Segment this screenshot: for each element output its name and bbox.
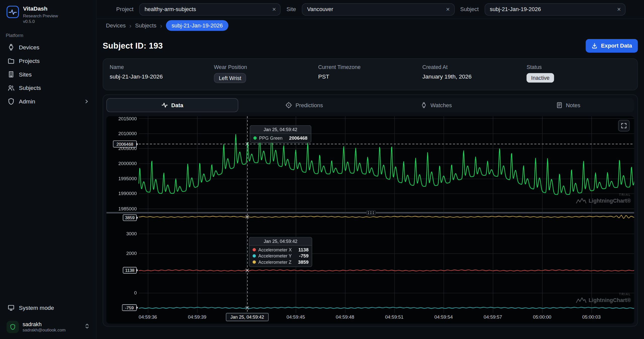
y-axis-tick: 0 [106,290,137,295]
site-select[interactable]: ✕ [302,3,454,15]
watch-icon [421,102,427,108]
export-data-button[interactable]: Export Data [586,39,638,52]
clear-subject-button[interactable]: ✕ [617,7,621,12]
project-label: Project [116,6,134,12]
x-axis-tick: 04:59:48 [336,315,354,320]
info-field-timezone: Current Timezone PST [318,64,422,85]
y-axis-tick: 1990000 [106,191,137,196]
predictions-icon [286,102,292,108]
subject-select[interactable]: ✕ [484,3,626,15]
y-axis-tick: 2000 [106,251,137,256]
series-dot [253,260,256,264]
breadcrumb-current[interactable]: subj-21-Jan-19-2026 [166,20,229,31]
lightningchart-watermark: TRIALLightningChart® [576,197,631,204]
site-label: Site [286,6,296,12]
breadcrumb-separator-icon: › [160,22,162,29]
lightningchart-logo-icon [576,198,586,204]
info-field-wear-position: Wear Position Left Wrist [214,64,318,85]
sidebar-item-projects[interactable]: Projects [3,54,93,67]
sidebar-item-devices[interactable]: Devices [3,41,93,54]
breadcrumb-separator-icon: › [129,22,131,29]
sidebar-footer: System mode sadrakh sadrakh@outlook.com [0,301,96,339]
sidebar-item-sites[interactable]: Sites [3,67,93,81]
project-select[interactable]: ✕ [139,3,281,15]
y-axis-tick: 2010000 [106,131,137,136]
system-mode-toggle[interactable]: System mode [3,301,93,314]
sidebar-item-subjects[interactable]: Subjects [3,81,93,95]
data-panel: Data Predictions Watches Notes [103,94,638,326]
info-field-created-at: Created At January 19th, 2026 [422,64,526,85]
page-content: Subject ID: 193 Export Data Name subj-21… [97,32,644,339]
accel-x-chip: 1138 [123,267,137,274]
series-dot [253,136,257,140]
chart-split-handle[interactable] [366,210,376,215]
tab-data[interactable]: Data [106,98,238,112]
user-menu[interactable]: sadrakh sadrakh@outlook.com [3,318,93,336]
sidebar-item-admin[interactable]: Admin [3,95,93,108]
building-icon [7,71,15,78]
x-axis-tick: 04:59:39 [188,315,206,320]
wear-position-badge: Left Wrist [214,73,246,83]
shield-icon [7,98,15,105]
fullscreen-icon [621,123,627,129]
app-root: VitaDash Research Preview v0.5.0 Platfor… [0,0,644,339]
sidebar-item-label: Subjects [19,85,41,91]
ppg-chart-canvas[interactable] [106,116,634,212]
page-title: Subject ID: 193 [103,41,163,50]
subject-input[interactable] [490,6,614,12]
brand-subtitle: Research Preview [23,13,58,18]
chart-area: 2015000 2010000 2005000 2000000 1995000 … [106,116,634,324]
fullscreen-button[interactable] [618,120,630,132]
accel-z-chip: 3859 [123,214,137,221]
site-input[interactable] [307,6,442,12]
brand: VitaDash Research Preview v0.5.0 [0,0,96,28]
breadcrumb-devices[interactable]: Devices [106,22,126,28]
main-column: Project ✕ Site ✕ Subject ✕ Devices › Sub… [97,0,644,339]
watch-icon [7,44,15,51]
breadcrumb: Devices › Subjects › subj-21-Jan-19-2026 [97,19,644,32]
x-axis-tick: 04:59:51 [385,315,403,320]
user-name: sadrakh [23,321,66,327]
sidebar-item-label: Sites [19,71,32,78]
project-input[interactable] [145,6,269,12]
sidebar-nav: Devices Projects Sites Subjects Admin [0,41,96,108]
y-axis-tick: 2000000 [106,161,137,166]
activity-icon [161,102,168,108]
users-icon [7,84,15,91]
sidebar-item-label: Devices [19,44,39,50]
tab-predictions[interactable]: Predictions [238,98,370,112]
accelerometer-tooltip: Jan 25, 04:59:42 Accelerometer X 1138 Ac… [249,237,312,267]
accelerometer-chart-canvas[interactable] [106,214,634,313]
vitadash-logo-icon [7,6,19,18]
system-mode-label: System mode [19,304,54,311]
monitor-icon [7,304,15,311]
panel-tabs: Data Predictions Watches Notes [106,98,634,112]
clear-site-button[interactable]: ✕ [446,7,450,12]
topbar: Project ✕ Site ✕ Subject ✕ [97,0,644,19]
ppg-tooltip: Jan 25, 04:59:42 PPG Green 2006468 [250,125,311,143]
accel-y-chip: -759 [122,304,137,311]
sidebar-item-label: Admin [19,98,35,105]
sidebar-item-label: Projects [19,57,40,64]
y-axis-tick: 3000 [106,231,137,236]
tab-notes[interactable]: Notes [502,98,634,112]
y-axis-tick: 1995000 [106,176,137,181]
chevrons-up-down-icon [85,323,90,330]
series-dot [253,248,256,251]
avatar [7,321,19,333]
sidebar-section-label: Platform [0,28,96,41]
brand-version: v0.5.0 [23,19,58,24]
info-field-status: Status Inactive [527,64,631,85]
download-icon [591,43,597,49]
lightningchart-watermark: TRIALLightningChart® [576,296,631,304]
clear-project-button[interactable]: ✕ [272,7,276,12]
cursor-value-chip: 2006468 [113,140,137,147]
folder-icon [7,57,15,64]
info-field-name: Name subj-21-Jan-19-2026 [110,64,214,85]
subject-label: Subject [460,6,479,12]
cursor-time-chip: Jan 25, 04:59:42 [226,313,269,321]
y-axis-tick: 2015000 [106,116,137,121]
tab-watches[interactable]: Watches [370,98,502,112]
breadcrumb-subjects[interactable]: Subjects [135,22,157,28]
x-axis-tick: 04:59:45 [287,315,305,320]
